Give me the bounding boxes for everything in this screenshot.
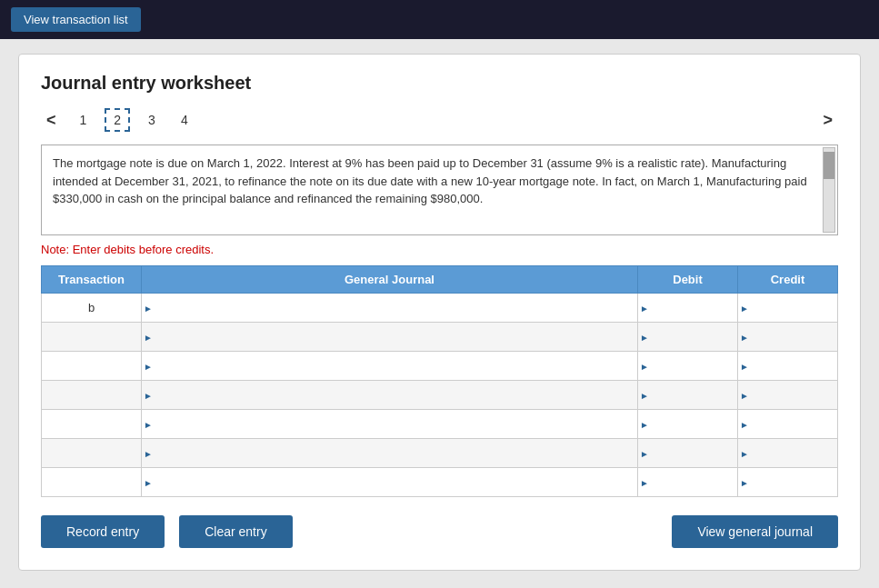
journal-input[interactable]	[155, 326, 637, 347]
debit-input[interactable]	[651, 297, 737, 318]
journal-cell[interactable]: ►	[142, 439, 638, 468]
arrow-indicator: ►	[740, 390, 749, 400]
table-row: ► ► ►	[42, 381, 838, 410]
debit-input[interactable]	[651, 443, 737, 463]
journal-input[interactable]	[155, 443, 637, 463]
credit-input[interactable]	[751, 443, 837, 463]
debit-input[interactable]	[651, 414, 737, 434]
page-1[interactable]: 1	[73, 110, 95, 130]
table-row: ► ► ►	[42, 410, 838, 439]
journal-cell[interactable]: ►	[142, 468, 638, 497]
credit-cell[interactable]: ►	[738, 381, 838, 410]
debit-input[interactable]	[651, 326, 737, 347]
table-row: b ► ► ►	[42, 294, 838, 323]
journal-cell[interactable]: ►	[142, 381, 638, 410]
main-container: Journal entry worksheet < 1 2 3 4 > The …	[18, 54, 861, 571]
arrow-indicator: ►	[740, 361, 749, 371]
col-general-journal: General Journal	[142, 266, 638, 294]
debit-input[interactable]	[651, 472, 737, 493]
arrow-indicator: ►	[144, 332, 153, 342]
arrow-indicator: ►	[144, 448, 153, 458]
credit-cell[interactable]: ►	[738, 294, 838, 323]
debit-cell[interactable]: ►	[638, 352, 738, 381]
arrow-indicator: ►	[740, 477, 749, 487]
arrow-indicator: ►	[740, 419, 749, 429]
table-row: ► ► ►	[42, 468, 838, 497]
arrow-indicator: ►	[144, 390, 153, 400]
transaction-cell	[42, 352, 142, 381]
journal-input[interactable]	[155, 355, 637, 376]
arrow-indicator: ►	[640, 332, 649, 342]
top-bar: View transaction list	[0, 0, 879, 39]
debit-input[interactable]	[651, 355, 737, 376]
scrollbar[interactable]	[823, 147, 835, 233]
journal-input[interactable]	[155, 472, 637, 493]
transaction-cell	[42, 439, 142, 468]
arrow-indicator: ►	[640, 419, 649, 429]
arrow-indicator: ►	[740, 448, 749, 458]
arrow-indicator: ►	[144, 419, 153, 429]
button-row: Record entry Clear entry View general jo…	[41, 515, 838, 548]
journal-input[interactable]	[155, 414, 637, 434]
debit-input[interactable]	[651, 384, 737, 405]
table-row: ► ► ►	[42, 323, 838, 352]
arrow-indicator: ►	[740, 332, 749, 342]
credit-input[interactable]	[751, 384, 837, 405]
transaction-cell: b	[42, 294, 142, 323]
journal-table: Transaction General Journal Debit Credit…	[41, 265, 838, 497]
debit-cell[interactable]: ►	[638, 439, 738, 468]
credit-cell[interactable]: ►	[738, 323, 838, 352]
arrow-indicator: ►	[144, 361, 153, 371]
col-credit: Credit	[738, 266, 838, 294]
credit-cell[interactable]: ►	[738, 410, 838, 439]
transaction-cell	[42, 323, 142, 352]
debit-cell[interactable]: ►	[638, 323, 738, 352]
journal-cell[interactable]: ►	[142, 294, 638, 323]
credit-input[interactable]	[751, 355, 837, 376]
arrow-indicator: ►	[640, 448, 649, 458]
credit-input[interactable]	[751, 326, 837, 347]
credit-input[interactable]	[751, 297, 837, 318]
transaction-cell	[42, 381, 142, 410]
page-3[interactable]: 3	[141, 110, 163, 130]
arrow-indicator: ►	[640, 477, 649, 487]
worksheet-title: Journal entry worksheet	[41, 73, 838, 94]
journal-input[interactable]	[155, 297, 637, 318]
page-4[interactable]: 4	[174, 110, 195, 130]
prev-arrow[interactable]: <	[41, 109, 62, 132]
table-row: ► ► ►	[42, 439, 838, 468]
credit-cell[interactable]: ►	[738, 468, 838, 497]
clear-entry-button[interactable]: Clear entry	[179, 515, 292, 548]
pagination: < 1 2 3 4 >	[41, 108, 838, 132]
journal-input[interactable]	[155, 384, 637, 405]
debit-cell[interactable]: ►	[638, 294, 738, 323]
view-transaction-list-button[interactable]: View transaction list	[11, 7, 141, 32]
transaction-cell	[42, 410, 142, 439]
arrow-indicator: ►	[144, 477, 153, 487]
record-entry-button[interactable]: Record entry	[41, 515, 165, 548]
debit-cell[interactable]: ►	[638, 381, 738, 410]
note-text: Note: Enter debits before credits.	[41, 243, 838, 256]
arrow-indicator: ►	[144, 303, 153, 313]
arrow-indicator: ►	[640, 390, 649, 400]
col-debit: Debit	[638, 266, 738, 294]
arrow-indicator: ►	[740, 303, 749, 313]
journal-cell[interactable]: ►	[142, 410, 638, 439]
credit-cell[interactable]: ►	[738, 352, 838, 381]
journal-cell[interactable]: ►	[142, 352, 638, 381]
arrow-indicator: ►	[640, 303, 649, 313]
scroll-thumb	[824, 152, 834, 179]
debit-cell[interactable]: ►	[638, 468, 738, 497]
journal-cell[interactable]: ►	[142, 323, 638, 352]
description-text: The mortgage note is due on March 1, 202…	[53, 154, 826, 208]
view-general-journal-button[interactable]: View general journal	[672, 515, 838, 548]
credit-cell[interactable]: ►	[738, 439, 838, 468]
arrow-indicator: ►	[640, 361, 649, 371]
credit-input[interactable]	[751, 472, 837, 493]
next-arrow[interactable]: >	[817, 109, 838, 132]
credit-input[interactable]	[751, 414, 837, 434]
transaction-cell	[42, 468, 142, 497]
page-2[interactable]: 2	[105, 108, 130, 132]
table-row: ► ► ►	[42, 352, 838, 381]
debit-cell[interactable]: ►	[638, 410, 738, 439]
